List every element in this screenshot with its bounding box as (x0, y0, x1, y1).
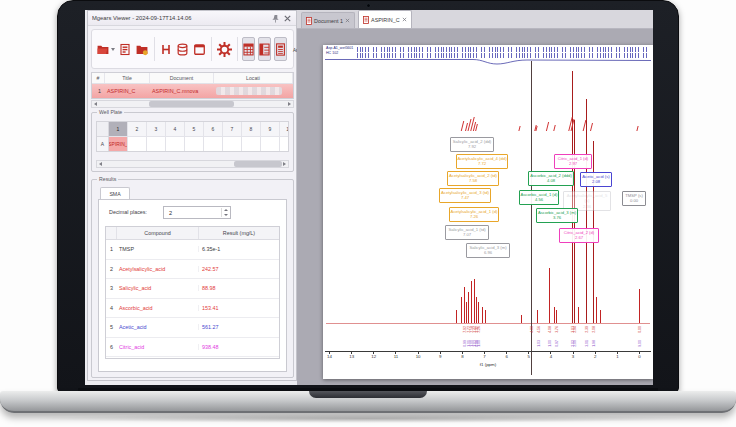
peak-annotation[interactable]: Salicylic_acid_3 (m)6.96 (466, 243, 510, 258)
tab-close-icon[interactable] (402, 17, 407, 22)
multiplet-inset (475, 124, 480, 131)
open-folder-caret-icon (111, 48, 115, 51)
well-col-6[interactable]: 6 (204, 122, 223, 137)
well-plate-scrollbar[interactable] (96, 160, 289, 168)
database-icon (176, 43, 189, 56)
well-col-5[interactable]: 5 (185, 122, 204, 137)
proton-tool-button[interactable] (159, 35, 173, 63)
settings-button[interactable] (216, 35, 233, 63)
report-button[interactable] (118, 35, 132, 63)
result-row[interactable]: 4Ascorbic_acid153.41 (106, 299, 279, 319)
peak-annotation[interactable]: Ascorbic_acid_2 (ddd)4.08 (528, 171, 574, 186)
well-a9[interactable] (261, 137, 280, 152)
scrollbar-track[interactable] (104, 161, 281, 167)
axis-tick-label: 4 (546, 354, 555, 359)
samples-scrollbar[interactable] (91, 100, 294, 108)
close-icon[interactable] (283, 14, 292, 23)
well-a2[interactable] (128, 137, 147, 152)
annotation-shift: 7.07 (446, 232, 488, 237)
well-col-3[interactable]: 3 (147, 122, 166, 137)
well-col-8[interactable]: 8 (242, 122, 261, 137)
well-a3[interactable] (147, 137, 166, 152)
well-col-4[interactable]: 4 (166, 122, 185, 137)
peak-annotation[interactable]: Acetic_acid (s)2.08 (580, 172, 612, 187)
spinner-down-icon[interactable] (222, 213, 229, 218)
tab-document-1[interactable]: Document 1 (301, 12, 355, 28)
well-row-label: A (97, 137, 109, 152)
scroll-left-icon[interactable] (92, 101, 99, 107)
well-a4[interactable] (166, 137, 185, 152)
peak-annotation[interactable]: TMSP (s)0.00 (622, 191, 646, 206)
table-view-toggle[interactable] (242, 37, 255, 61)
result-row[interactable]: 6Citric_acid938.48 (106, 338, 279, 358)
peak-annotation[interactable]: Acetylsalicylic_acid_4 (dd)7.72 (456, 154, 508, 169)
well-a7[interactable] (223, 137, 242, 152)
scrollbar-track[interactable] (99, 101, 286, 107)
nmr-peak (482, 307, 483, 323)
peak-annotation[interactable]: Citric_acid_1 (d)2.97 (554, 154, 592, 169)
annotation-shift: 2.08 (581, 179, 611, 184)
database-button[interactable] (175, 35, 190, 63)
peak-annotation[interactable]: Acetylsalicylic_acid_2 (td)7.58 (447, 171, 499, 186)
well-a6[interactable] (204, 137, 223, 152)
well-a1[interactable]: ASPIRIN_C (109, 137, 128, 152)
col-compound: Compound (117, 227, 199, 239)
toolbar-separator (237, 37, 238, 61)
peak-annotation[interactable]: Ascorbic_acid_3 (m)3.76 (536, 208, 578, 223)
scrollbar-thumb[interactable] (149, 101, 234, 107)
nmr-plot[interactable]: Asp-A1_wet5601 HC 102 f1 (ppm) 7.920.997… (323, 45, 653, 379)
multiplet-inset (546, 122, 551, 131)
annotation-label: Acetic_acid (s) (582, 174, 609, 179)
tab-aspirin-c[interactable]: ASPIRIN_C (358, 10, 411, 28)
pin-icon[interactable] (271, 14, 280, 23)
nmr-peak (471, 281, 472, 323)
result-row[interactable]: 5Acetic_acid561.27 (106, 318, 279, 338)
well-a8[interactable] (242, 137, 261, 152)
result-row[interactable]: 2Acetylsalicylic_acid242.57 (106, 260, 279, 280)
scroll-left-icon[interactable] (97, 161, 104, 167)
tab-close-icon[interactable] (345, 18, 350, 23)
peak-pick-label: 0.00 (639, 326, 643, 333)
scroll-right-icon[interactable] (281, 161, 288, 167)
decimal-places-spinner[interactable]: 2 (163, 206, 231, 219)
results-legend: Results (97, 176, 118, 183)
scroll-right-icon[interactable] (286, 101, 293, 107)
annotation-shift: 7.58 (448, 178, 498, 183)
well-col-9[interactable]: 9 (261, 122, 280, 137)
multiplet-inset (518, 126, 522, 131)
peak-annotation[interactable]: Salicylic_acid_1 (td)7.07 (445, 225, 489, 240)
well-col-7[interactable]: 7 (223, 122, 242, 137)
gear-icon (217, 42, 232, 57)
peak-annotation[interactable]: Acetylsalicylic_acid_1 (d)7.26 (449, 207, 499, 222)
integral-label: 1.98 (593, 340, 597, 347)
well-col-1[interactable]: 1 (109, 122, 128, 137)
open-folder-button[interactable] (95, 35, 116, 63)
peak-pick-label: 2.94 (574, 326, 578, 333)
result-row[interactable]: 3Salicylic_acid88.98 (106, 279, 279, 299)
peak-annotation[interactable]: Citric_acid_2 (d)2.67 (559, 228, 599, 243)
col-location: Locati (214, 73, 293, 83)
annotation-shift: 4.08 (529, 178, 573, 183)
peak-annotation[interactable]: Salicylic_acid_2 (dd)7.92 (450, 137, 494, 152)
results-view-toggle[interactable] (258, 37, 271, 61)
well-a5[interactable] (185, 137, 204, 152)
well-plate-row-a: A ASPIRIN_C (97, 137, 288, 152)
result-row[interactable]: 1TMSP6.35e-1 (106, 240, 279, 260)
peak-annotation[interactable]: Ascorbic_acid_1 (d)4.56 (519, 190, 559, 205)
annotation-label: Citric_acid_2 (d) (564, 230, 595, 235)
nmr-peak (468, 292, 469, 323)
scrollbar-thumb[interactable] (234, 161, 282, 167)
well-a10[interactable] (280, 137, 289, 152)
sample-row-selected[interactable]: 1 ASPIRIN_C ASPIRIN_C.mnova (92, 84, 293, 98)
annotation-shift: 7.26 (450, 214, 498, 219)
peak-annotation[interactable]: Acetylsalicylic_acid_3 (td)7.47 (439, 188, 491, 203)
export-folder-button[interactable] (134, 35, 150, 63)
window-panel-button[interactable] (192, 35, 207, 63)
axis-tick-label: 2 (591, 354, 600, 359)
document-view-toggle[interactable] (274, 37, 287, 61)
well-col-10[interactable]: 10 (280, 122, 289, 137)
annotation-shift: 0.00 (623, 198, 645, 203)
window-panel-icon (193, 43, 206, 56)
tab-sma[interactable]: SMA (100, 187, 130, 199)
well-col-2[interactable]: 2 (128, 122, 147, 137)
